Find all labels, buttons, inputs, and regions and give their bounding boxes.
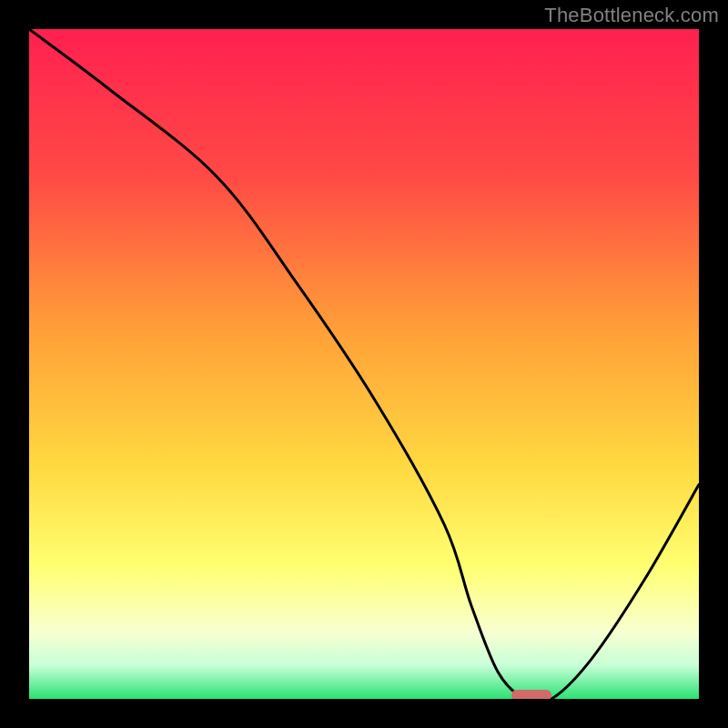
plot-gradient-background xyxy=(29,29,699,699)
chart-container: TheBottleneck.com xyxy=(0,0,728,728)
watermark-text: TheBottleneck.com xyxy=(544,4,719,27)
bottleneck-chart-svg xyxy=(0,0,728,728)
